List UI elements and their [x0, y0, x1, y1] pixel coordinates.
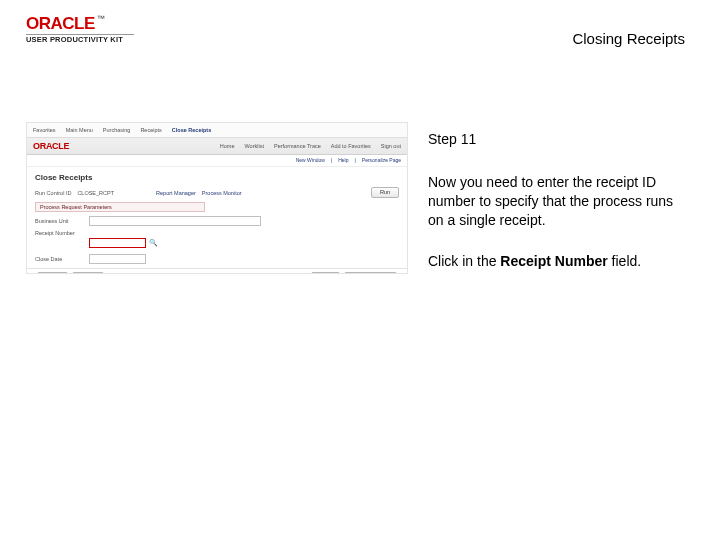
shot-closedate-row: Close Date: [35, 254, 399, 264]
runcontrol-value: CLOSE_RCPT: [77, 190, 114, 196]
shot-brand-row: ORACLE Home Worklist Performance Trace A…: [27, 138, 407, 155]
page-title: Closing Receipts: [572, 30, 685, 47]
brand-logo: ORACLE: [26, 14, 95, 33]
run-button[interactable]: Run: [371, 187, 399, 198]
crumb: Purchasing: [103, 127, 131, 133]
receipt-label: Receipt Number: [35, 230, 83, 236]
shot-receipt-field-wrap: 🔍: [89, 238, 399, 248]
trademark: ™: [97, 14, 105, 23]
brand-subtitle: USER PRODUCTIVITY KIT: [26, 35, 123, 44]
process-monitor-link: Process Monitor: [202, 190, 242, 196]
shot-divider: [27, 268, 407, 269]
closedate-label: Close Date: [35, 256, 83, 262]
instruction-action: Click in the Receipt Number field.: [428, 252, 688, 271]
shot-top-nav: Home Worklist Performance Trace Add to F…: [220, 143, 401, 149]
receipt-number-field[interactable]: [89, 238, 146, 248]
add-button[interactable]: ＋Add: [311, 272, 340, 274]
nav-link: Add to Favorites: [331, 143, 371, 149]
shot-bu-row: Business Unit: [35, 216, 399, 226]
subnav-divider: |: [354, 157, 355, 163]
nav-link: Performance Trace: [274, 143, 321, 149]
crumb: Receipts: [140, 127, 161, 133]
subnav-link: Help: [338, 157, 348, 163]
shot-footer: ▣Save ✉Notify ＋Add ↻Update/Display: [35, 272, 399, 274]
nav-link: Sign out: [381, 143, 401, 149]
closedate-field[interactable]: [89, 254, 146, 264]
subnav-link: New Window: [296, 157, 325, 163]
shot-subnav: New Window | Help | Personalize Page: [27, 155, 407, 167]
shot-breadcrumb-bar: Favorites Main Menu Purchasing Receipts …: [27, 123, 407, 138]
subnav-link: Personalize Page: [362, 157, 401, 163]
crumb: Close Receipts: [172, 127, 211, 133]
nav-link: Home: [220, 143, 235, 149]
shot-body: Close Receipts Run Control ID CLOSE_RCPT…: [27, 167, 407, 274]
app-screenshot: Favorites Main Menu Purchasing Receipts …: [26, 122, 408, 274]
instruction-body: Now you need to enter the receipt ID num…: [428, 173, 688, 230]
step-label: Step 11: [428, 130, 688, 149]
bu-field[interactable]: [89, 216, 261, 226]
shot-page-title: Close Receipts: [35, 173, 399, 182]
action-target: Receipt Number: [500, 253, 607, 269]
action-post: field.: [608, 253, 641, 269]
nav-link: Worklist: [245, 143, 264, 149]
brand-rule: [26, 34, 134, 35]
action-pre: Click in the: [428, 253, 500, 269]
notify-button[interactable]: ✉Notify: [72, 272, 104, 274]
crumb: Main Menu: [66, 127, 93, 133]
shot-receipt-row: Receipt Number: [35, 230, 399, 236]
subnav-divider: |: [331, 157, 332, 163]
crumb: Favorites: [33, 127, 56, 133]
report-manager-link: Report Manager: [156, 190, 196, 196]
save-button[interactable]: ▣Save: [37, 272, 68, 274]
shot-runcontrol-row: Run Control ID CLOSE_RCPT Report Manager…: [35, 187, 399, 198]
runcontrol-label: Run Control ID: [35, 190, 71, 196]
shot-section-header: Process Request Parameters: [35, 202, 205, 212]
lookup-icon[interactable]: 🔍: [149, 239, 158, 247]
shot-logo: ORACLE: [33, 141, 69, 151]
shot-breadcrumb: Favorites Main Menu Purchasing Receipts …: [33, 127, 211, 133]
instruction-panel: Step 11 Now you need to enter the receip…: [428, 130, 688, 292]
bu-label: Business Unit: [35, 218, 83, 224]
brand-block: ORACLE™ USER PRODUCTIVITY KIT: [26, 14, 123, 44]
update-button[interactable]: ↻Update/Display: [344, 272, 397, 274]
